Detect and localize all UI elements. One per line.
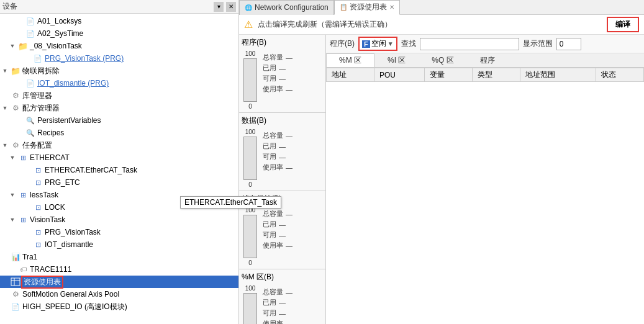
tree-item-iot-dismantle2[interactable]: ⊡ IOT_dismantle [0,238,238,251]
stat-label: 使用率 [263,84,283,94]
resource-tab-icon: 📋 [340,4,347,11]
toggle[interactable]: ▼ [7,190,17,200]
toggle [15,115,25,125]
tree-label: ETHERCAT.EtherCAT_Task [43,166,137,174]
table-icon [10,277,21,287]
program-bar-outer [243,58,257,102]
stat-label: 可用 [263,152,276,161]
tree-item-ethercat-task[interactable]: ⊡ ETHERCAT.EtherCAT_Task [0,164,238,176]
toggle[interactable]: ▼ [0,66,10,76]
memory-section-program: 程序(B) 100 0 总容量 — [239,35,325,113]
tree-item-a02systime[interactable]: 📄 A02_SysTime [0,27,238,40]
tree-item-prg-vt2[interactable]: ⊡ PRG_VisionTask [0,226,238,238]
network-tab-icon: 🌐 [245,4,252,11]
stat-row: 已用 — [263,298,293,307]
program-stats: 总容量 — 已用 — 可用 — [263,50,293,94]
toggle [0,252,10,262]
tree-label: ETHERCAT [29,153,70,162]
tag-icon: 🏷 [17,264,29,274]
tree-label: 任务配置 [21,140,52,151]
tree-item-persistent[interactable]: 🔍 PersistentVariables [0,114,238,127]
col-pou: POU [374,68,425,82]
toggle[interactable]: ▼ [0,103,10,113]
tree-label: HIGH_SPEED_IO (高速IO模块) [21,302,127,312]
data-bar-container: 100 0 [242,128,259,188]
tree-label: IOT_dismantle [43,240,93,249]
compile-button[interactable]: 编译 [607,17,639,32]
tree-item-inventory[interactable]: ⚙ 库管理器 [0,89,238,102]
tree-item-visiontask2[interactable]: ▼ ⊞ VisionTask [0,214,238,226]
tree-item-prg-visiontask[interactable]: 📄 PRG_VisionTask (PRG) [0,52,238,65]
tree-label: 物联网拆除 [21,66,60,76]
tree-item-tra1[interactable]: 📊 Tra1 [0,251,238,263]
display-range-input[interactable] [556,38,581,50]
tab-close-icon[interactable]: ✕ [389,4,394,11]
gear-icon: ⚙ [10,103,21,113]
task-doc-icon: ⊡ [32,178,43,187]
toggle [0,289,10,299]
toggle [22,178,32,187]
tree-item-high-speed-io[interactable]: 📄 HIGH_SPEED_IO (高速IO模块) [0,300,238,313]
tree-item-trace1111[interactable]: 🏷 TRACE1111 [0,263,238,276]
stat-label: 已用 [263,220,276,229]
tree-item-iot-dismantle[interactable]: 📄 IOT_dismantle (PRG) [0,77,238,89]
tab-network-config[interactable]: 🌐 Network Configuration [239,0,334,15]
tab-pct-q[interactable]: %Q 区 [419,53,466,67]
stat-value: — [286,320,293,325]
toggle[interactable]: ▼ [7,215,17,225]
tab-pct-m[interactable]: %M 区 [326,53,374,67]
col-variable: 变量 [424,68,472,82]
toggle [0,302,10,312]
stat-value: — [286,86,293,93]
stat-label: 总容量 [263,131,283,140]
tree-item-recipes[interactable]: 🔍 Recipes [0,127,238,139]
tree-label: PRG_ETC [43,178,80,187]
tree-item-a01locksys[interactable]: 📄 A01_Locksys [0,15,238,27]
tree-item-08visiontask[interactable]: ▼ 📁 _08_VisionTask [0,40,238,52]
toggle[interactable]: ▼ [7,153,17,163]
tree-item-task-config[interactable]: ▼ ⚙ 任务配置 [0,139,238,151]
toolbar-row: 程序(B) F 空闲 ▼ 查找 显示范围 [326,35,644,53]
tab-pct-prog[interactable]: 程序 [467,53,508,67]
search-input[interactable] [420,38,519,50]
pctm-bar-container: 100 0 [242,285,259,324]
tree-label: A02_SysTime [36,29,83,38]
program-scale-bot: 0 [248,103,252,110]
tree-label: _08_VisionTask [29,42,82,50]
stat-row: 总容量 — [263,209,293,218]
tree-item-softmotion[interactable]: ⚙ SoftMotion General Axis Pool [0,288,238,300]
tree-item-ethercat[interactable]: ▼ ⊞ ETHERCAT [0,151,238,164]
task-icon2: ⊞ [17,190,29,200]
data-scale-top: 100 [245,128,256,135]
toggle[interactable]: ▼ [7,41,17,51]
memory-section-pctm: %M 区(B) 100 0 总容量 — [239,269,325,324]
stat-value: — [286,132,293,140]
stat-label: 使用率 [263,163,283,172]
ethercat-icon: ⊞ [17,153,29,163]
memory-bars-panel: 程序(B) 100 0 总容量 — [239,35,326,324]
stat-value: — [286,164,293,171]
filter-button[interactable]: F 空闲 ▼ [358,37,397,51]
toggle [22,240,32,250]
stat-value: — [279,232,286,239]
stat-row: 可用 — [263,308,293,318]
pin-icon[interactable]: ▾ [214,2,224,12]
tree-label: Tra1 [21,253,37,261]
tree-item-prg-etc[interactable]: ⊡ PRG_ETC [0,176,238,189]
auto-hide-icon[interactable]: ✕ [226,2,236,12]
tree-item-recipe-mgr[interactable]: ▼ ⚙ 配方管理器 [0,102,238,114]
stat-row: 可用 — [263,152,293,161]
toggle [0,91,10,101]
tree-item-iot-group[interactable]: ▼ 📁 物联网拆除 [0,65,238,77]
left-panel-title: 设备 [2,1,17,12]
toggle [15,128,25,138]
toggle [15,16,25,26]
program-label: 程序(B) [330,38,355,49]
stat-row-capacity: 总容量 — [263,53,293,62]
toggle[interactable]: ▼ [0,140,10,150]
svg-rect-0 [11,278,20,286]
tab-resource-table[interactable]: 📋 资源使用表 ✕ [334,0,400,15]
tab-pct-i[interactable]: %I 区 [374,53,419,67]
right-panel: 🌐 Network Configuration 📋 资源使用表 ✕ ⚠ 点击编译… [239,0,644,324]
tree-item-resource-table[interactable]: 资源使用表 [0,276,238,288]
